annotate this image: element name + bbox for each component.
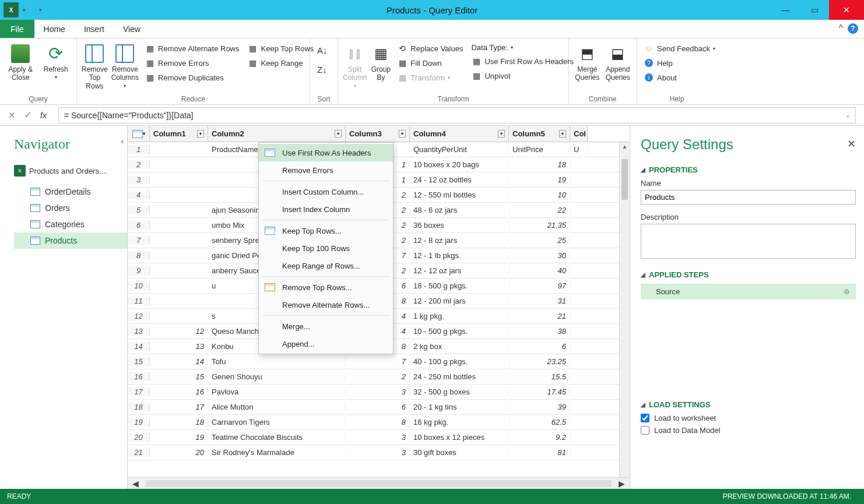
- context-menu-item[interactable]: Insert Index Column: [259, 200, 393, 218]
- group-label-transform: Transform: [343, 94, 564, 103]
- context-menu-item[interactable]: Use First Row As Headers: [259, 144, 393, 161]
- about-button[interactable]: iAbout: [641, 71, 718, 84]
- fill-down-button[interactable]: ▦Fill Down: [395, 57, 465, 69]
- tab-home[interactable]: Home: [34, 20, 75, 38]
- table-remove-icon: [114, 43, 135, 64]
- vertical-scrollbar[interactable]: ▲: [619, 142, 630, 477]
- table-row[interactable]: 1716Pavlova332 - 500 g boxes17.45: [128, 385, 630, 400]
- table-row[interactable]: 1615Genen Shouyu224 - 250 ml bottles15.5: [128, 369, 630, 385]
- split-column-button: ⫿⫿ Split Column▾: [343, 41, 367, 89]
- apply-close-button[interactable]: Apply & Close: [5, 41, 37, 82]
- load-datamodel-checkbox[interactable]: [641, 426, 649, 435]
- table-row[interactable]: 2019Teatime Chocolate Biscuits310 boxes …: [128, 430, 630, 445]
- filter-icon[interactable]: ▾: [559, 130, 566, 138]
- unpivot-button[interactable]: ▦Unpivot: [469, 69, 575, 82]
- filter-icon[interactable]: ▾: [498, 130, 505, 138]
- table-row[interactable]: 1918Carnarvon Tigers816 kg pkg.62.5: [128, 415, 630, 430]
- column-header-1[interactable]: Column1▾: [150, 126, 208, 142]
- nav-item-categories[interactable]: Categories: [14, 216, 127, 232]
- remove-columns-button[interactable]: Remove Columns▾: [111, 41, 139, 89]
- filter-icon[interactable]: ▾: [335, 130, 342, 138]
- expand-formula-icon[interactable]: ⌄: [845, 112, 850, 118]
- scrollbar-thumb-h[interactable]: [146, 480, 612, 487]
- unpivot-icon: ▦: [471, 71, 482, 81]
- horizontal-scrollbar[interactable]: ◀ ▶: [128, 477, 630, 489]
- commit-formula-icon[interactable]: ✓: [24, 109, 32, 121]
- context-menu-item[interactable]: Remove Top Rows...: [259, 279, 393, 296]
- nav-item-orderdetails[interactable]: OrderDetails: [14, 184, 127, 200]
- context-menu-item[interactable]: Remove Alternate Rows...: [259, 296, 393, 313]
- maximize-button[interactable]: ▭: [800, 0, 829, 20]
- file-tab[interactable]: File: [0, 20, 34, 38]
- column-header-4[interactable]: Column4▾: [410, 126, 509, 142]
- load-to-worksheet-row[interactable]: Load to worksheet: [641, 414, 856, 422]
- column-header-3[interactable]: Column3▾: [346, 126, 410, 142]
- keep-top-rows-button[interactable]: ▦Keep Top Rows: [245, 42, 317, 55]
- nav-item-orders[interactable]: Orders: [14, 200, 127, 216]
- append-queries-button[interactable]: ⬓ Append Queries: [605, 41, 632, 82]
- table-row[interactable]: 1514Tofu740 - 100 g pkgs.23.25: [128, 354, 630, 369]
- load-settings-section[interactable]: ◢LOAD SETTINGS: [641, 400, 856, 409]
- scrollbar-thumb[interactable]: [621, 159, 628, 200]
- scroll-left-icon[interactable]: ◀: [129, 479, 142, 488]
- tab-view[interactable]: View: [114, 20, 150, 38]
- minimize-button[interactable]: —: [771, 0, 800, 20]
- context-menu-item[interactable]: Insert Custom Column...: [259, 183, 393, 200]
- select-all-corner[interactable]: ▾: [128, 126, 150, 142]
- close-button[interactable]: ✕: [829, 0, 864, 20]
- send-feedback-button[interactable]: ☺Send Feedback ▾: [641, 42, 718, 55]
- context-menu-item[interactable]: Append...: [259, 335, 393, 353]
- gear-icon[interactable]: ⚙: [844, 288, 850, 296]
- filter-icon[interactable]: ▾: [197, 130, 204, 138]
- context-menu-item[interactable]: Remove Errors: [259, 161, 393, 179]
- transform-menu-button[interactable]: ▦Transform ▾: [395, 71, 465, 84]
- collapse-navigator-icon[interactable]: ‹: [121, 136, 124, 146]
- scroll-right-icon[interactable]: ▶: [615, 479, 628, 488]
- workbook-icon: X: [14, 165, 26, 177]
- cancel-formula-icon[interactable]: ✕: [8, 110, 16, 121]
- help-icon[interactable]: ?: [848, 23, 858, 34]
- close-settings-icon[interactable]: ✕: [847, 138, 856, 150]
- filter-icon[interactable]: ▾: [399, 130, 406, 138]
- table-icon: [132, 130, 143, 138]
- collapse-ribbon-icon[interactable]: ^: [838, 23, 843, 34]
- step-source[interactable]: Source ⚙: [641, 284, 856, 299]
- merge-queries-button[interactable]: ⬒ Merge Queries: [574, 41, 601, 82]
- context-menu-item[interactable]: Merge...: [259, 318, 393, 335]
- table-row[interactable]: 2120Sir Rodney's Marmalade330 gift boxes…: [128, 445, 630, 460]
- nav-root[interactable]: X Products and Orders....: [14, 163, 127, 179]
- remove-alternate-rows-button[interactable]: ▦Remove Alternate Rows: [142, 42, 241, 55]
- use-first-row-headers-button[interactable]: ▦Use First Row As Headers: [469, 55, 575, 68]
- remove-duplicates-button[interactable]: ▦Remove Duplicates: [142, 71, 241, 84]
- help-button[interactable]: ?Help: [641, 57, 718, 69]
- data-type-button[interactable]: Data Type: ▾: [469, 42, 575, 53]
- column-header-6[interactable]: Col: [570, 126, 588, 142]
- context-menu-item[interactable]: Keep Top Rows...: [259, 222, 393, 239]
- table-row[interactable]: 1817Alice Mutton620 - 1 kg tins39: [128, 400, 630, 415]
- refresh-button[interactable]: ⟳ Refresh ▾: [40, 41, 72, 80]
- column-header-2[interactable]: Column2▾: [208, 126, 346, 142]
- nav-item-products[interactable]: Products: [14, 232, 127, 249]
- context-menu-item[interactable]: Keep Range of Rows...: [259, 257, 393, 274]
- column-header-5[interactable]: Column5▾: [509, 126, 570, 142]
- load-to-data-model-row[interactable]: Load to Data Model: [641, 426, 856, 435]
- applied-steps-section[interactable]: ◢APPLIED STEPS: [641, 270, 856, 279]
- context-menu-item[interactable]: Keep Top 100 Rows: [259, 239, 393, 257]
- quick-access-dropdown[interactable]: ▾: [20, 4, 27, 16]
- description-input[interactable]: [641, 224, 856, 259]
- sort-desc-button[interactable]: Z↓: [315, 64, 330, 76]
- load-worksheet-checkbox[interactable]: [641, 414, 649, 422]
- replace-values-button[interactable]: ⟲Replace Values: [395, 42, 465, 55]
- quick-access-dropdown-2[interactable]: ▾: [37, 4, 44, 16]
- keep-range-button[interactable]: ▦Keep Range: [245, 57, 317, 69]
- fx-icon[interactable]: fx: [40, 111, 47, 120]
- group-by-button[interactable]: ▦ Group By: [370, 41, 391, 82]
- remove-top-rows-button[interactable]: Remove Top Rows: [82, 41, 108, 90]
- properties-section[interactable]: ◢PROPERTIES: [641, 165, 856, 174]
- sort-asc-button[interactable]: A↓: [315, 44, 330, 57]
- tab-insert[interactable]: Insert: [75, 20, 114, 38]
- query-name-input[interactable]: [641, 190, 856, 205]
- formula-input[interactable]: = Source{[Name="Products"]}[Data] ⌄: [58, 107, 856, 124]
- menu-bar: File Home Insert View ^ ?: [0, 20, 864, 38]
- remove-errors-button[interactable]: ▦Remove Errors: [142, 57, 241, 69]
